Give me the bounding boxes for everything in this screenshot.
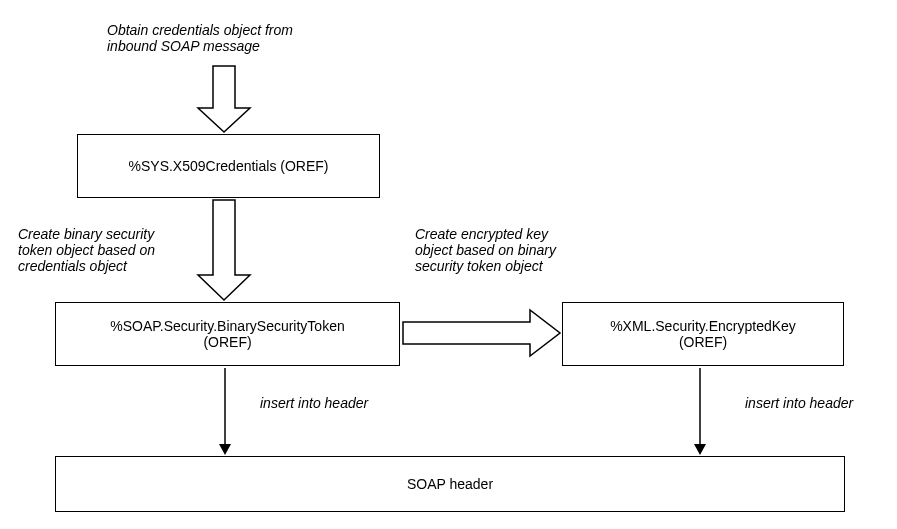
box-binary-security-token: %SOAP.Security.BinarySecurityToken (OREF… xyxy=(55,302,400,366)
caption-obtain-credentials: Obtain credentials object from inbound S… xyxy=(107,22,293,54)
box-label-line: (OREF) xyxy=(203,334,251,350)
arrow-credentials-to-bst xyxy=(198,200,250,300)
label-insert-right: insert into header xyxy=(745,395,853,411)
arrow-bst-to-header xyxy=(219,368,231,455)
label-insert-left: insert into header xyxy=(260,395,368,411)
box-label: SOAP header xyxy=(407,476,493,492)
arrow-enckey-to-header xyxy=(694,368,706,455)
box-label: %SYS.X509Credentials (OREF) xyxy=(129,158,329,174)
svg-marker-3 xyxy=(694,444,706,455)
arrow-top-to-credentials xyxy=(198,66,250,132)
caption-line: inbound SOAP message xyxy=(107,38,293,54)
caption-line: credentials object xyxy=(18,258,155,274)
diagram-container: Obtain credentials object from inbound S… xyxy=(0,0,897,529)
box-x509-credentials: %SYS.X509Credentials (OREF) xyxy=(77,134,380,198)
caption-line: Obtain credentials object from xyxy=(107,22,293,38)
caption-line: Create encrypted key xyxy=(415,226,556,242)
box-label-line: %XML.Security.EncryptedKey xyxy=(610,318,796,334)
box-label-line: %SOAP.Security.BinarySecurityToken xyxy=(110,318,344,334)
box-label-line: (OREF) xyxy=(679,334,727,350)
box-encrypted-key: %XML.Security.EncryptedKey (OREF) xyxy=(562,302,844,366)
caption-line: token object based on xyxy=(18,242,155,258)
caption-line: security token object xyxy=(415,258,556,274)
caption-create-encrypted-key: Create encrypted key object based on bin… xyxy=(415,226,556,274)
caption-line: object based on binary xyxy=(415,242,556,258)
caption-create-binary-token: Create binary security token object base… xyxy=(18,226,155,274)
box-soap-header: SOAP header xyxy=(55,456,845,512)
arrow-bst-to-enckey xyxy=(403,310,560,356)
caption-line: Create binary security xyxy=(18,226,155,242)
svg-marker-1 xyxy=(219,444,231,455)
